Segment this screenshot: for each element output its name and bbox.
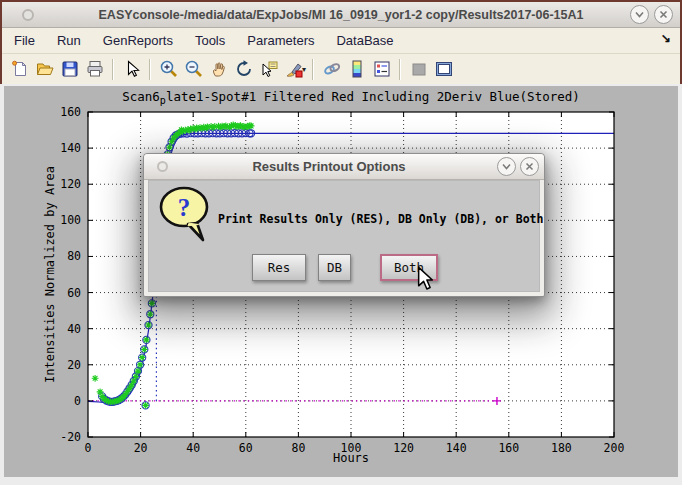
window-chrome: EASYconsole-/media/data/ExpJobs/MI 16_09… [0, 0, 682, 85]
shade-button[interactable] [630, 5, 649, 24]
toolbar-separator [149, 59, 151, 80]
close-icon [523, 160, 536, 173]
db-button[interactable]: DB [318, 254, 351, 281]
toolbar: ▾ [2, 54, 680, 84]
dock-figure-icon[interactable] [431, 57, 456, 82]
open-folder-icon[interactable] [32, 57, 57, 82]
print-icon[interactable] [82, 57, 107, 82]
menu-file[interactable]: File [2, 33, 46, 48]
rotate-3d-icon[interactable] [231, 57, 256, 82]
plot-tools-disabled-icon [406, 57, 431, 82]
question-bubble-icon: ? [158, 185, 212, 247]
svg-text:?: ? [178, 194, 191, 221]
toolbar-separator [312, 59, 314, 80]
edit-plot-arrow-icon[interactable] [119, 57, 144, 82]
toolbar-separator [399, 59, 401, 80]
chevron-down-icon [633, 8, 646, 21]
dialog-message: Print Results Only (RES), DB Only (DB), … [218, 212, 543, 226]
window-titlebar[interactable]: EASYconsole-/media/data/ExpJobs/MI 16_09… [2, 2, 680, 28]
link-plots-icon[interactable] [319, 57, 344, 82]
pan-hand-icon[interactable] [206, 57, 231, 82]
chevron-down-icon [500, 160, 513, 173]
menu-tools[interactable]: Tools [184, 33, 236, 48]
close-button[interactable] [654, 5, 673, 24]
mouse-cursor-icon [417, 266, 434, 292]
zoom-in-icon[interactable] [156, 57, 181, 82]
insert-legend-icon[interactable] [369, 57, 394, 82]
dialog-menu-icon[interactable] [157, 161, 168, 172]
window-menu-icon[interactable] [22, 9, 34, 21]
menu-overflow-arrow-icon[interactable]: ↘ [661, 31, 671, 45]
menu-genreports[interactable]: GenReports [92, 33, 184, 48]
results-printout-dialog: Results Printout Options ? [143, 153, 545, 297]
menubar: File Run GenReports Tools Parameters Dat… [2, 28, 680, 54]
dialog-titlebar[interactable]: Results Printout Options [144, 154, 544, 180]
menu-database[interactable]: DataBase [325, 33, 404, 48]
new-document-icon[interactable] [7, 57, 32, 82]
dialog-shade-button[interactable] [497, 157, 516, 176]
close-icon [657, 8, 670, 21]
insert-colorbar-icon[interactable] [344, 57, 369, 82]
save-icon[interactable] [57, 57, 82, 82]
res-button[interactable]: Res [252, 254, 306, 281]
easyconsole-window: EASYconsole-/media/data/ExpJobs/MI 16_09… [0, 0, 682, 485]
menu-parameters[interactable]: Parameters [236, 33, 325, 48]
zoom-out-icon[interactable] [181, 57, 206, 82]
dialog-title: Results Printout Options [184, 159, 474, 174]
dialog-content: ? Print Results Only (RES), DB Only (DB)… [148, 180, 540, 292]
menu-run[interactable]: Run [46, 33, 92, 48]
brush-dropdown-icon[interactable]: ▾ [302, 65, 306, 74]
dialog-close-button[interactable] [520, 157, 539, 176]
data-cursor-icon[interactable] [256, 57, 281, 82]
window-title: EASYconsole-/media/data/ExpJobs/MI 16_09… [62, 8, 620, 22]
toolbar-separator [112, 59, 114, 80]
